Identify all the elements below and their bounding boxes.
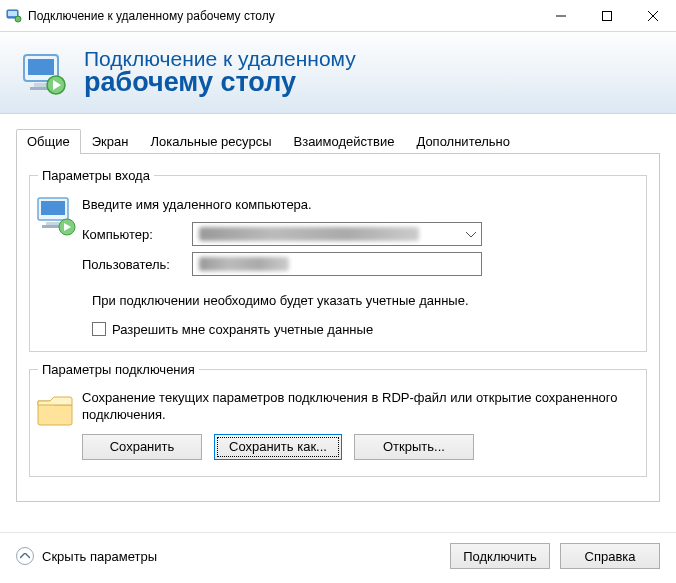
dialog-header: Подключение к удаленному рабочему столу (0, 32, 676, 114)
computer-label: Компьютер: (82, 227, 192, 242)
svg-point-2 (15, 16, 21, 22)
header-line2: рабочему столу (84, 68, 356, 96)
computer-icon (33, 193, 79, 239)
svg-rect-8 (28, 59, 54, 75)
svg-rect-1 (8, 11, 17, 16)
minimize-button[interactable] (538, 0, 584, 32)
fieldset-connection: Параметры подключения Сохранение текущих… (29, 362, 647, 477)
close-button[interactable] (630, 0, 676, 32)
legend-connection: Параметры подключения (38, 362, 199, 377)
svg-rect-14 (46, 222, 60, 225)
credentials-note: При подключении необходимо будет указать… (92, 292, 572, 310)
tab-advanced[interactable]: Дополнительно (405, 129, 521, 154)
rdp-small-icon (6, 8, 22, 24)
user-label: Пользователь: (82, 257, 192, 272)
folder-icon (33, 387, 79, 433)
titlebar: Подключение к удаленному рабочему столу (0, 0, 676, 32)
tabs: Общие Экран Локальные ресурсы Взаимодейс… (16, 128, 660, 153)
tab-experience[interactable]: Взаимодействие (283, 129, 406, 154)
connection-desc: Сохранение текущих параметров подключени… (82, 389, 632, 424)
rdp-large-icon (20, 49, 68, 97)
computer-combobox[interactable] (192, 222, 482, 246)
legend-login: Параметры входа (38, 168, 154, 183)
save-credentials-checkbox[interactable] (92, 322, 106, 336)
svg-rect-4 (603, 11, 612, 20)
connect-button[interactable]: Подключить (450, 543, 550, 569)
window-title: Подключение к удаленному рабочему столу (28, 9, 538, 23)
hide-options-link[interactable]: Скрыть параметры (16, 547, 157, 565)
chevron-up-icon (16, 547, 34, 565)
tab-local-resources[interactable]: Локальные ресурсы (139, 129, 282, 154)
save-button[interactable]: Сохранить (82, 434, 202, 460)
svg-rect-13 (41, 201, 65, 215)
tab-general[interactable]: Общие (16, 129, 81, 154)
open-button[interactable]: Открыть... (354, 434, 474, 460)
save-as-button[interactable]: Сохранить как... (214, 434, 342, 460)
hide-options-label: Скрыть параметры (42, 549, 157, 564)
user-input[interactable] (192, 252, 482, 276)
maximize-button[interactable] (584, 0, 630, 32)
save-credentials-label: Разрешить мне сохранять учетные данные (112, 322, 373, 337)
footer: Скрыть параметры Подключить Справка (0, 532, 676, 583)
svg-rect-9 (34, 83, 48, 87)
tab-display[interactable]: Экран (81, 129, 140, 154)
help-button[interactable]: Справка (560, 543, 660, 569)
fieldset-login: Параметры входа Введите имя удаленного к… (29, 168, 647, 352)
login-intro: Введите имя удаленного компьютера. (82, 197, 632, 212)
tab-panel: Параметры входа Введите имя удаленного к… (16, 153, 660, 502)
